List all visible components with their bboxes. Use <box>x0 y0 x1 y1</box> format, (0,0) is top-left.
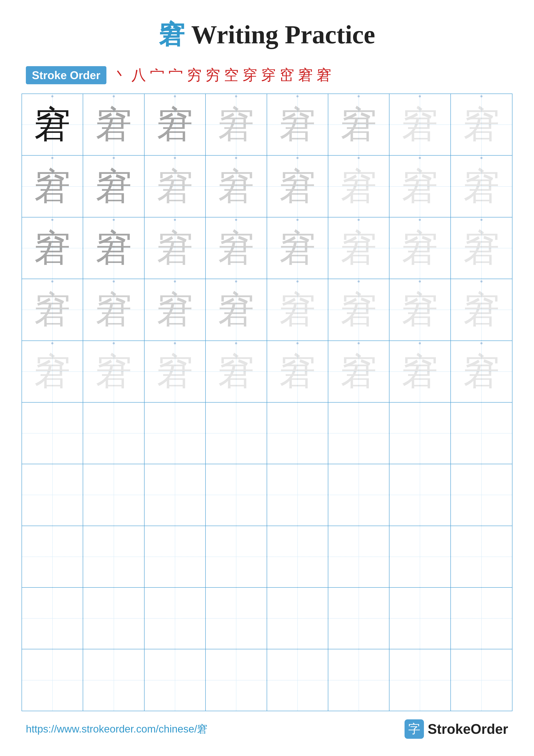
grid-cell-8-3[interactable] <box>206 588 267 649</box>
grid-cell-3-5[interactable]: 窘 <box>328 279 390 340</box>
grid-cell-4-0[interactable]: 窘 <box>22 341 83 402</box>
grid-cell-8-0[interactable] <box>22 588 83 649</box>
grid-cell-5-6[interactable] <box>390 403 451 464</box>
cell-character: 窘 <box>340 230 377 266</box>
grid-cell-6-7[interactable] <box>451 464 512 526</box>
grid-cell-6-4[interactable] <box>267 464 328 526</box>
writing-grid: 窘窘窘窘窘窘窘窘窘窘窘窘窘窘窘窘窘窘窘窘窘窘窘窘窘窘窘窘窘窘窘窘窘窘窘窘窘窘窘窘 <box>21 94 513 711</box>
grid-cell-6-6[interactable] <box>390 464 451 526</box>
grid-cell-3-7[interactable]: 窘 <box>451 279 512 340</box>
cell-character: 窘 <box>463 230 500 266</box>
grid-cell-5-0[interactable] <box>22 403 83 464</box>
cell-indicator <box>51 95 53 97</box>
grid-cell-3-6[interactable]: 窘 <box>390 279 451 340</box>
grid-cell-0-1[interactable]: 窘 <box>83 94 144 155</box>
grid-cell-2-4[interactable]: 窘 <box>267 217 328 279</box>
grid-cell-0-2[interactable]: 窘 <box>144 94 206 155</box>
grid-cell-1-2[interactable]: 窘 <box>144 156 206 217</box>
cell-indicator <box>174 95 176 97</box>
grid-cell-9-5[interactable] <box>328 649 390 711</box>
cell-indicator <box>419 157 421 159</box>
cell-character: 窘 <box>340 168 377 205</box>
grid-cell-2-1[interactable]: 窘 <box>83 217 144 279</box>
grid-cell-1-4[interactable]: 窘 <box>267 156 328 217</box>
grid-cell-7-5[interactable] <box>328 526 390 587</box>
grid-cell-4-1[interactable]: 窘 <box>83 341 144 402</box>
grid-cell-4-2[interactable]: 窘 <box>144 341 206 402</box>
grid-cell-1-7[interactable]: 窘 <box>451 156 512 217</box>
grid-cell-5-2[interactable] <box>144 403 206 464</box>
grid-row-9 <box>22 649 512 711</box>
cell-character: 窘 <box>218 291 254 328</box>
grid-cell-9-4[interactable] <box>267 649 328 711</box>
grid-row-3: 窘窘窘窘窘窘窘窘 <box>22 279 512 341</box>
grid-cell-7-1[interactable] <box>83 526 144 587</box>
grid-cell-1-5[interactable]: 窘 <box>328 156 390 217</box>
grid-cell-2-5[interactable]: 窘 <box>328 217 390 279</box>
grid-cell-7-6[interactable] <box>390 526 451 587</box>
grid-cell-7-4[interactable] <box>267 526 328 587</box>
grid-cell-5-3[interactable] <box>206 403 267 464</box>
grid-cell-9-2[interactable] <box>144 649 206 711</box>
grid-cell-5-7[interactable] <box>451 403 512 464</box>
grid-cell-3-4[interactable]: 窘 <box>267 279 328 340</box>
grid-cell-3-0[interactable]: 窘 <box>22 279 83 340</box>
grid-cell-7-0[interactable] <box>22 526 83 587</box>
grid-cell-4-5[interactable]: 窘 <box>328 341 390 402</box>
grid-cell-8-4[interactable] <box>267 588 328 649</box>
grid-cell-9-1[interactable] <box>83 649 144 711</box>
grid-cell-3-2[interactable]: 窘 <box>144 279 206 340</box>
grid-cell-5-1[interactable] <box>83 403 144 464</box>
stroke-order-row: Stroke Order 丶 八 宀 宀 穷 穷 空 穿 穿 窋 窘 窘 <box>0 65 534 85</box>
grid-cell-2-6[interactable]: 窘 <box>390 217 451 279</box>
grid-cell-8-1[interactable] <box>83 588 144 649</box>
cell-character: 窘 <box>218 353 254 390</box>
grid-cell-8-6[interactable] <box>390 588 451 649</box>
grid-cell-7-3[interactable] <box>206 526 267 587</box>
stroke-8: 穿 <box>242 65 257 85</box>
grid-cell-2-7[interactable]: 窘 <box>451 217 512 279</box>
grid-cell-3-3[interactable]: 窘 <box>206 279 267 340</box>
grid-cell-0-6[interactable]: 窘 <box>390 94 451 155</box>
cell-character: 窘 <box>463 168 500 205</box>
grid-cell-1-3[interactable]: 窘 <box>206 156 267 217</box>
grid-cell-9-7[interactable] <box>451 649 512 711</box>
cell-character: 窘 <box>279 168 316 205</box>
grid-cell-1-0[interactable]: 窘 <box>22 156 83 217</box>
grid-cell-4-6[interactable]: 窘 <box>390 341 451 402</box>
grid-cell-1-6[interactable]: 窘 <box>390 156 451 217</box>
grid-cell-1-1[interactable]: 窘 <box>83 156 144 217</box>
grid-cell-6-1[interactable] <box>83 464 144 526</box>
cell-character: 窘 <box>95 106 132 143</box>
grid-cell-0-3[interactable]: 窘 <box>206 94 267 155</box>
cell-character: 窘 <box>157 353 193 390</box>
grid-cell-6-0[interactable] <box>22 464 83 526</box>
grid-cell-2-2[interactable]: 窘 <box>144 217 206 279</box>
grid-cell-9-3[interactable] <box>206 649 267 711</box>
cell-character: 窘 <box>340 106 377 143</box>
grid-cell-2-0[interactable]: 窘 <box>22 217 83 279</box>
grid-cell-0-0[interactable]: 窘 <box>22 94 83 155</box>
grid-cell-6-5[interactable] <box>328 464 390 526</box>
grid-cell-5-5[interactable] <box>328 403 390 464</box>
grid-cell-9-6[interactable] <box>390 649 451 711</box>
grid-cell-8-2[interactable] <box>144 588 206 649</box>
grid-cell-0-4[interactable]: 窘 <box>267 94 328 155</box>
grid-cell-9-0[interactable] <box>22 649 83 711</box>
grid-cell-0-5[interactable]: 窘 <box>328 94 390 155</box>
grid-cell-5-4[interactable] <box>267 403 328 464</box>
grid-cell-4-3[interactable]: 窘 <box>206 341 267 402</box>
cell-character: 窘 <box>157 291 193 328</box>
grid-cell-8-5[interactable] <box>328 588 390 649</box>
grid-cell-3-1[interactable]: 窘 <box>83 279 144 340</box>
grid-cell-6-3[interactable] <box>206 464 267 526</box>
grid-cell-7-2[interactable] <box>144 526 206 587</box>
grid-cell-0-7[interactable]: 窘 <box>451 94 512 155</box>
grid-cell-2-3[interactable]: 窘 <box>206 217 267 279</box>
grid-cell-8-7[interactable] <box>451 588 512 649</box>
stroke-6: 穷 <box>206 65 220 85</box>
grid-cell-7-7[interactable] <box>451 526 512 587</box>
grid-cell-4-4[interactable]: 窘 <box>267 341 328 402</box>
grid-cell-4-7[interactable]: 窘 <box>451 341 512 402</box>
grid-cell-6-2[interactable] <box>144 464 206 526</box>
